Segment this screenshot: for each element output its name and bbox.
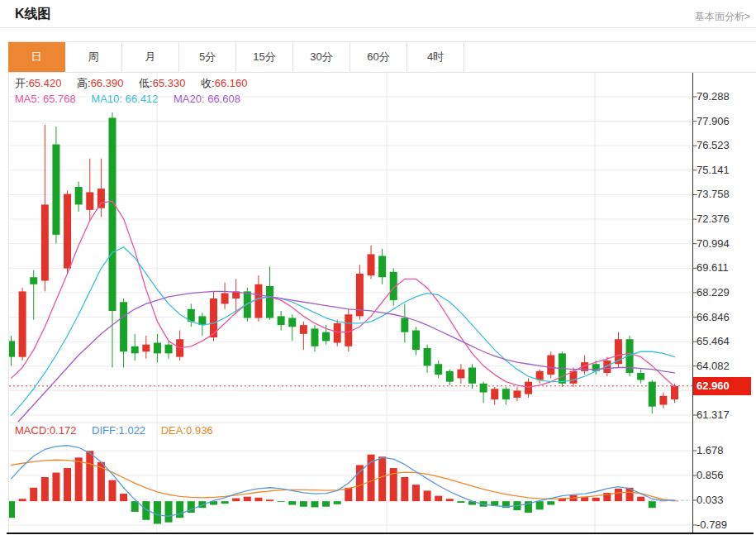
candle-body-up: [334, 323, 341, 343]
macd-bar-negative: [311, 501, 318, 507]
diff-value: 1.022: [119, 424, 146, 437]
close-value: 66.160: [215, 77, 248, 89]
dea-value: 0.936: [186, 424, 213, 437]
price-tick-label: 64.082: [697, 360, 753, 372]
macd-bar-positive: [435, 496, 442, 502]
close-label: 收:: [201, 77, 215, 89]
candle-body-up: [221, 294, 229, 304]
macd-bar-positive: [345, 488, 352, 501]
price-tick-label: 69.611: [697, 261, 753, 274]
fundamental-analysis-link[interactable]: 基本面分析>: [695, 10, 750, 24]
macd-bar-positive: [108, 480, 116, 502]
macd-bar-negative: [547, 501, 554, 504]
macd-tick-label: 0.856: [697, 469, 753, 481]
price-tick-label: 61.317: [697, 408, 753, 421]
macd-bar-positive: [64, 468, 71, 501]
candle-body-down: [480, 384, 487, 393]
macd-bar-negative: [221, 501, 229, 504]
candle-body-down: [154, 343, 161, 354]
tab-month[interactable]: 月: [122, 42, 179, 72]
candle-body-down: [244, 291, 251, 318]
candle-body-up: [513, 390, 521, 398]
tab-15min[interactable]: 15分: [236, 42, 293, 72]
candle-body-down: [30, 277, 37, 284]
price-tick-label: 68.229: [697, 286, 753, 299]
price-tick-label: 77.906: [697, 115, 753, 127]
ma20-label: MA20:: [174, 93, 205, 105]
candle-body-down: [108, 117, 116, 311]
candle-body-down: [266, 286, 273, 318]
ma10-label: MA10:: [91, 93, 122, 105]
price-tick-label: 75.141: [697, 164, 753, 176]
tab-5min[interactable]: 5分: [179, 42, 236, 72]
price-tick-label: 72.376: [697, 213, 753, 225]
tab-4hour[interactable]: 4时: [407, 42, 464, 72]
ohlc-legend: 开:65.420 高:66.390 低:65.330 收:66.160: [15, 76, 247, 91]
macd-bar-positive: [401, 477, 408, 501]
candle-body-up: [300, 325, 307, 334]
candle-body-down: [311, 328, 318, 346]
macd-bar-negative: [322, 501, 330, 507]
macd-label: MACD:: [15, 424, 50, 437]
macd-bar-negative: [334, 501, 341, 504]
macd-bar-positive: [412, 485, 420, 501]
ma20-value: 66.608: [207, 93, 240, 105]
candle-body-down: [446, 371, 454, 382]
tab-30min[interactable]: 30分: [293, 42, 350, 72]
price-tick-label: 70.994: [697, 237, 753, 250]
candle-body-up: [254, 284, 262, 318]
candle-body-down: [378, 256, 386, 278]
open-value: 65.420: [29, 77, 62, 89]
candle-body-up: [570, 371, 578, 384]
candle-body-down: [322, 332, 330, 342]
low-label: 低:: [139, 77, 153, 89]
macd-bar-positive: [424, 490, 431, 501]
macd-bar-positive: [75, 457, 83, 501]
chart-area[interactable]: 开:65.420 高:66.390 低:65.330 收:66.160 MA5:…: [0, 73, 756, 535]
macd-bar-positive: [378, 456, 386, 501]
macd-bar-negative: [165, 501, 173, 523]
macd-bar-positive: [266, 499, 273, 501]
macd-bar-positive: [592, 498, 600, 501]
macd-bar-positive: [254, 498, 262, 501]
high-value: 66.390: [91, 77, 124, 89]
macd-bar-negative: [300, 501, 307, 507]
ma20-line: [12, 291, 675, 429]
macd-bar-positive: [41, 477, 49, 501]
candle-body-down: [401, 318, 408, 332]
candle-body-down: [435, 364, 442, 375]
macd-bar-positive: [19, 499, 26, 501]
candle-body-up: [142, 345, 150, 352]
kline-page: K线图 基本面分析> 日周月5分15分30分60分4时 开:65.420 高:6…: [0, 0, 756, 535]
candle-body-up: [64, 194, 71, 269]
macd-bar-negative: [288, 501, 296, 504]
candle-body-up: [659, 396, 667, 405]
tab-60min[interactable]: 60分: [350, 42, 407, 72]
price-tick-label: 76.523: [697, 139, 753, 151]
low-value: 65.330: [153, 77, 186, 89]
candle-body-up: [525, 382, 532, 394]
price-tick-label: 66.846: [697, 311, 753, 323]
open-label: 开:: [15, 77, 29, 89]
macd-bar-positive: [30, 488, 37, 501]
price-tick-label: 73.758: [697, 188, 753, 200]
price-tick-label: 79.288: [697, 90, 753, 103]
candle-body-down: [278, 316, 285, 325]
macd-tick-label: 0.033: [697, 494, 753, 506]
candle-body-down: [424, 348, 431, 365]
candle-body-down: [288, 318, 296, 327]
candle-body-down: [468, 368, 476, 384]
page-title: K线图: [15, 6, 51, 23]
kline-macd-canvas[interactable]: [0, 73, 756, 535]
macd-tick-label: 1.678: [697, 444, 753, 456]
tab-week[interactable]: 周: [65, 42, 122, 72]
candle-body-up: [19, 291, 26, 356]
tab-day[interactable]: 日: [8, 42, 65, 72]
candle-body-down: [75, 187, 83, 204]
macd-bar-positive: [52, 473, 59, 502]
macd-bar-positive: [356, 465, 364, 501]
macd-bar-negative: [536, 501, 544, 509]
period-tabbar: 日周月5分15分30分60分4时: [8, 41, 756, 73]
candle-body-up: [491, 389, 498, 399]
candle-body-up: [41, 204, 49, 280]
